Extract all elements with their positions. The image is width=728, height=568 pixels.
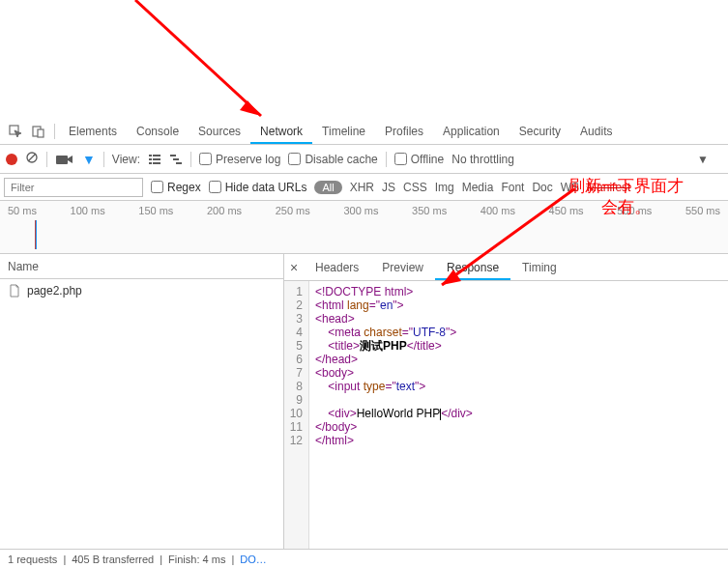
filter-img[interactable]: Img [435,181,454,194]
tab-audits[interactable]: Audits [570,119,622,143]
tick-label: 150 ms [138,205,173,216]
timeline-load-marker [35,220,36,249]
inspect-icon[interactable] [8,124,23,139]
device-toggle-icon[interactable] [31,124,46,139]
svg-rect-13 [173,158,179,160]
filter-font[interactable]: Font [501,181,524,194]
svg-line-4 [28,154,36,161]
close-icon[interactable]: × [284,260,304,275]
svg-rect-8 [149,158,152,160]
status-finish: Finish: 4 ms [168,554,225,566]
filter-media[interactable]: Media [462,181,494,194]
response-code[interactable]: 123456789101112 <!DOCTYPE html><html lan… [284,281,728,549]
svg-rect-6 [149,155,152,156]
svg-rect-12 [170,155,176,156]
tick-label: 200 ms [207,205,242,216]
subtab-preview[interactable]: Preview [370,255,435,279]
annotation-text: 刷新一下界面才会有。 [568,176,684,218]
file-icon [8,284,21,298]
request-name: page2.php [27,284,82,298]
svg-rect-14 [176,162,182,164]
name-column-header[interactable]: Name [0,254,283,279]
tab-application[interactable]: Application [433,119,510,143]
subtab-timing[interactable]: Timing [510,255,568,279]
tab-security[interactable]: Security [510,119,570,143]
line-gutter: 123456789101112 [284,281,309,549]
hide-data-urls-checkbox[interactable]: Hide data URLs [209,181,307,194]
request-list: Name page2.php [0,254,284,549]
svg-rect-5 [56,156,68,164]
tab-profiles[interactable]: Profiles [375,119,433,143]
subtab-response[interactable]: Response [435,255,510,280]
filter-xhr[interactable]: XHR [350,181,374,194]
tick-label: 100 ms [71,205,105,216]
record-icon[interactable] [6,154,17,165]
tick-label: 50 ms [8,205,37,216]
tick-label: 300 ms [343,205,378,216]
tick-label: 550 ms [685,205,720,216]
tab-console[interactable]: Console [127,119,189,143]
filter-input[interactable] [4,178,143,197]
disable-cache-checkbox[interactable]: Disable cache [288,153,377,166]
svg-rect-9 [153,158,160,160]
tick-label: 250 ms [276,205,310,216]
clear-icon[interactable] [25,151,39,167]
status-bar: 1 requests| 405 B transferred| Finish: 4… [0,549,728,568]
offline-checkbox[interactable]: Offline [394,153,444,166]
tick-label: 400 ms [480,205,515,216]
svg-rect-7 [153,155,160,156]
svg-rect-2 [38,129,44,137]
preserve-log-checkbox[interactable]: Preserve log [199,153,280,166]
detail-tabs: × Headers Preview Response Timing [284,254,728,281]
filter-all[interactable]: All [314,181,341,194]
filter-doc[interactable]: Doc [532,181,552,194]
camera-icon[interactable] [55,153,74,166]
view-waterfall-icon[interactable] [169,153,183,166]
svg-rect-11 [153,162,160,164]
subtab-headers[interactable]: Headers [304,255,370,279]
tick-label: 350 ms [412,205,447,216]
status-dom: DO… [240,554,267,566]
tab-network[interactable]: Network [250,119,312,144]
throttling-select[interactable]: No throttling [451,153,514,166]
network-toolbar: ▼ View: Preserve log Disable cache Offli… [0,145,728,174]
tab-timeline[interactable]: Timeline [312,119,375,143]
request-row[interactable]: page2.php [0,279,283,302]
status-transferred: 405 B transferred [72,554,154,566]
filter-toggle-icon[interactable]: ▼ [82,152,96,167]
view-list-icon[interactable] [148,153,161,166]
source-text: <!DOCTYPE html><html lang="en"><head> <m… [309,281,479,549]
filter-css[interactable]: CSS [403,181,427,194]
view-label: View: [112,153,140,166]
throttling-caret-icon[interactable]: ▼ [697,153,709,166]
regex-checkbox[interactable]: Regex [151,181,201,194]
tab-sources[interactable]: Sources [189,119,250,143]
main-tabs: Elements Console Sources Network Timelin… [0,118,728,145]
status-requests: 1 requests [8,554,57,566]
filter-js[interactable]: JS [382,181,395,194]
svg-rect-10 [149,162,152,164]
tab-elements[interactable]: Elements [59,119,127,143]
